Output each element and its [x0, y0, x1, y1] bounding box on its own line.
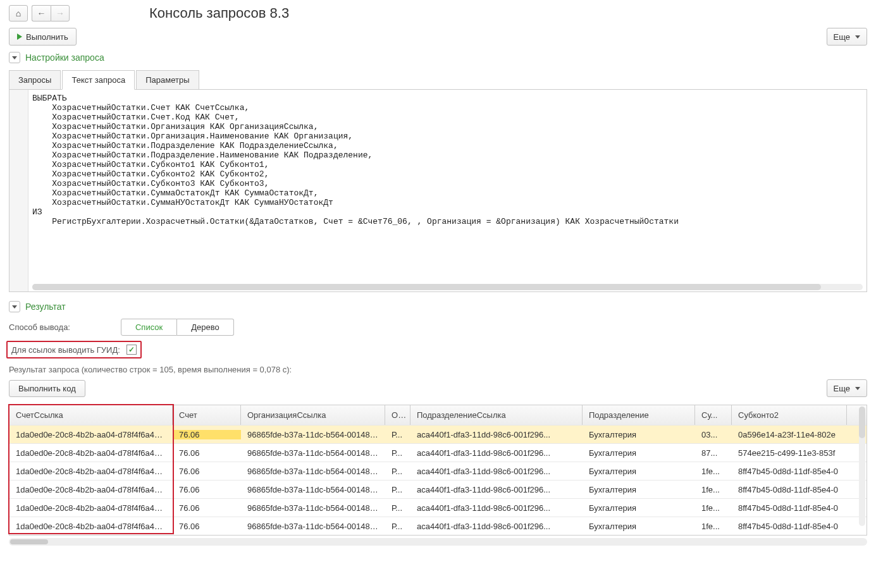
cell: aca440f1-dfa3-11dd-98c6-001f296...	[410, 522, 583, 531]
th-4[interactable]: ПодразделениеСсылка	[410, 405, 583, 425]
cell: 1fe...	[695, 467, 732, 476]
guid-label: Для ссылок выводить ГУИД:	[11, 345, 120, 355]
tabs: Запросы Текст запроса Параметры	[9, 70, 867, 90]
collapse-result-button[interactable]	[9, 301, 20, 312]
cell: 96865fde-b37a-11dc-b564-001485...	[241, 448, 385, 458]
collapse-settings-button[interactable]	[9, 52, 20, 63]
result-stats: Результат запроса (количество строк = 10…	[0, 360, 876, 379]
th-5[interactable]: Подразделение	[583, 405, 695, 425]
cell: aca440f1-dfa3-11dd-98c6-001f296...	[410, 503, 583, 513]
cell: Р...	[385, 503, 410, 513]
cell: 03...	[695, 430, 732, 439]
back-button[interactable]: ←	[32, 5, 51, 21]
cell: 76.06	[173, 522, 241, 531]
cell: Р...	[385, 522, 410, 531]
cell: Р...	[385, 448, 410, 458]
table-vscroll[interactable]	[859, 407, 865, 526]
run-code-button[interactable]: Выполнить код	[9, 380, 85, 397]
table-row[interactable]: 1da0ed0e-20c8-4b2b-aa04-d78f4f6a4aed76.0…	[9, 443, 867, 462]
more-button-result[interactable]: Еще	[827, 379, 867, 397]
th-6[interactable]: Су...	[695, 405, 732, 425]
settings-title: Настройки запроса	[25, 52, 104, 63]
th-2[interactable]: ОрганизацияСсылка	[241, 405, 385, 425]
editor-gutter	[9, 90, 28, 291]
forward-button[interactable]: →	[51, 5, 70, 21]
table-row[interactable]: 1da0ed0e-20c8-4b2b-aa04-d78f4f6a4aed76.0…	[9, 462, 867, 480]
cell: 0a596e14-a23f-11e4-802e	[732, 430, 847, 439]
th-3[interactable]: О...	[385, 405, 410, 425]
cell: 76.06	[173, 467, 241, 476]
cell: 1da0ed0e-20c8-4b2b-aa04-d78f4f6a4aed	[9, 448, 173, 458]
cell: 574ee215-c499-11e3-853f	[732, 448, 847, 458]
more-label: Еще	[834, 32, 850, 42]
cell: 96865fde-b37a-11dc-b564-001485...	[241, 467, 385, 476]
check-icon: ✓	[128, 345, 135, 354]
guid-checkbox[interactable]: ✓	[126, 345, 137, 355]
cell: 1da0ed0e-20c8-4b2b-aa04-d78f4f6a4aed	[9, 467, 173, 476]
chevron-down-icon	[12, 305, 17, 309]
cell: Бухгалтерия	[583, 485, 695, 494]
cell: 1da0ed0e-20c8-4b2b-aa04-d78f4f6a4aed	[9, 503, 173, 513]
tab-queries[interactable]: Запросы	[9, 70, 61, 90]
more-label: Еще	[834, 384, 850, 393]
home-button[interactable]: ⌂	[9, 5, 28, 21]
output-list-button[interactable]: Список	[121, 319, 177, 336]
play-icon	[17, 34, 22, 40]
cell: 8ff47b45-0d8d-11df-85e4-0	[732, 503, 847, 513]
output-tree-button[interactable]: Дерево	[177, 319, 233, 336]
run-button[interactable]: Выполнить	[9, 28, 77, 46]
cell: 96865fde-b37a-11dc-b564-001485...	[241, 522, 385, 531]
query-editor[interactable]: ВЫБРАТЬ ХозрасчетныйОстатки.Счет КАК Сче…	[9, 90, 867, 292]
cell: 1fe...	[695, 503, 732, 513]
cell: Р...	[385, 430, 410, 439]
cell: 1fe...	[695, 485, 732, 494]
table-row[interactable]: 1da0ed0e-20c8-4b2b-aa04-d78f4f6a4aed76.0…	[9, 517, 867, 535]
cell: Бухгалтерия	[583, 467, 695, 476]
arrow-right-icon: →	[56, 8, 65, 18]
table-row[interactable]: 1da0ed0e-20c8-4b2b-aa04-d78f4f6a4aed76.0…	[9, 425, 867, 443]
query-text: ВЫБРАТЬ ХозрасчетныйОстатки.Счет КАК Сче…	[32, 94, 863, 226]
table-header: СчетСсылка Счет ОрганизацияСсылка О... П…	[9, 405, 867, 425]
result-title: Результат	[25, 302, 66, 312]
th-0[interactable]: СчетСсылка	[9, 405, 173, 425]
cell: 87...	[695, 448, 732, 458]
cell: 8ff47b45-0d8d-11df-85e4-0	[732, 522, 847, 531]
home-icon: ⌂	[16, 8, 21, 18]
cell: Бухгалтерия	[583, 503, 695, 513]
cell: aca440f1-dfa3-11dd-98c6-001f296...	[410, 430, 583, 439]
result-table: СчетСсылка Счет ОрганизацияСсылка О... П…	[9, 405, 867, 536]
run-label: Выполнить	[26, 32, 68, 42]
cell: 76.06	[173, 448, 241, 458]
chevron-down-icon	[12, 56, 17, 59]
cell: aca440f1-dfa3-11dd-98c6-001f296...	[410, 467, 583, 476]
cell: 96865fde-b37a-11dc-b564-001485...	[241, 485, 385, 494]
cell: 96865fde-b37a-11dc-b564-001485...	[241, 503, 385, 513]
cell: 76.06	[173, 485, 241, 494]
page-title: Консоль запросов 8.3	[149, 5, 289, 21]
cell: Р...	[385, 485, 410, 494]
cell: 96865fde-b37a-11dc-b564-001485...	[241, 430, 385, 439]
more-button-top[interactable]: Еще	[827, 28, 867, 46]
tab-query-text[interactable]: Текст запроса	[62, 70, 135, 90]
table-body: 1da0ed0e-20c8-4b2b-aa04-d78f4f6a4aed76.0…	[9, 425, 867, 535]
tab-params[interactable]: Параметры	[136, 70, 199, 90]
cell: Бухгалтерия	[583, 522, 695, 531]
cell: Бухгалтерия	[583, 448, 695, 458]
cell: aca440f1-dfa3-11dd-98c6-001f296...	[410, 485, 583, 494]
cell: Бухгалтерия	[583, 430, 695, 439]
cell: 1da0ed0e-20c8-4b2b-aa04-d78f4f6a4aed	[9, 430, 173, 439]
cell: Р...	[385, 467, 410, 476]
arrow-left-icon: ←	[37, 8, 46, 18]
table-row[interactable]: 1da0ed0e-20c8-4b2b-aa04-d78f4f6a4aed76.0…	[9, 498, 867, 517]
cell: 8ff47b45-0d8d-11df-85e4-0	[732, 485, 847, 494]
editor-hscroll[interactable]	[32, 284, 863, 290]
cell: aca440f1-dfa3-11dd-98c6-001f296...	[410, 448, 583, 458]
cell: 1da0ed0e-20c8-4b2b-aa04-d78f4f6a4aed	[9, 522, 173, 531]
table-hscroll[interactable]	[9, 538, 867, 546]
table-row[interactable]: 1da0ed0e-20c8-4b2b-aa04-d78f4f6a4aed76.0…	[9, 480, 867, 498]
chevron-down-icon	[855, 35, 860, 39]
th-7[interactable]: Субконто2	[732, 405, 847, 425]
cell: 1fe...	[695, 522, 732, 531]
guid-option-row: Для ссылок выводить ГУИД: ✓	[6, 341, 142, 358]
th-1[interactable]: Счет	[173, 405, 241, 425]
